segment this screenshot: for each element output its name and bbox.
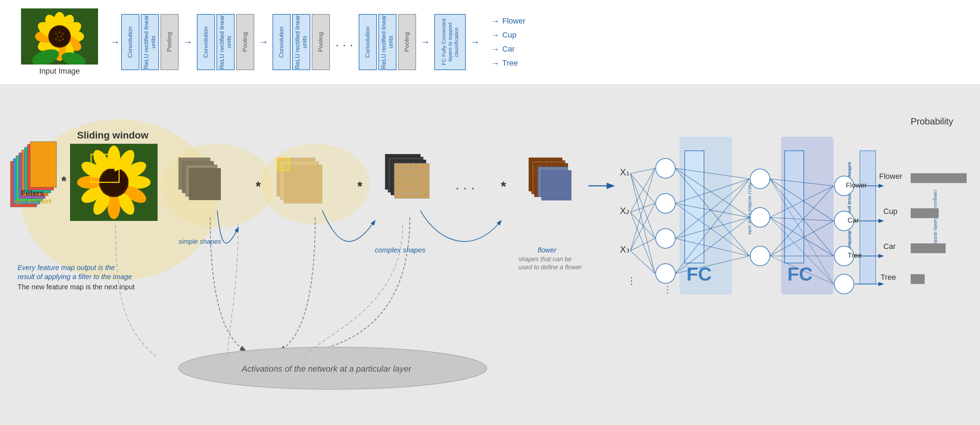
- sunflower-image: [21, 8, 98, 64]
- svg-text:Car: Car: [883, 242, 896, 251]
- svg-rect-194: [911, 243, 946, 253]
- svg-text:*: *: [256, 179, 261, 194]
- svg-text:FC: FC: [788, 264, 813, 284]
- cnn-pipeline: Convolution ReLU rectified linear units …: [121, 14, 959, 70]
- svg-point-197: [834, 274, 854, 294]
- svg-point-22: [62, 38, 64, 40]
- arrow-4: →: [420, 37, 430, 48]
- svg-text:categorical probability distri: categorical probability distribution: [933, 190, 938, 252]
- svg-point-76: [261, 144, 369, 224]
- conv-block-1: Convolution: [121, 14, 139, 70]
- svg-text:flower: flower: [538, 246, 557, 254]
- output-tree-text: Tree: [502, 59, 518, 68]
- top-section: Input Image → Convolution ReLU rectified…: [0, 0, 980, 84]
- svg-text:Cup: Cup: [883, 207, 897, 216]
- arrow-3: →: [258, 37, 268, 48]
- arrow-flower: →: [491, 16, 500, 26]
- svg-text:X₂: X₂: [620, 206, 629, 216]
- svg-point-15: [55, 33, 57, 35]
- arrow-cup: →: [491, 30, 500, 40]
- svg-text:⋮: ⋮: [627, 276, 636, 286]
- input-image-label: Input Image: [39, 67, 80, 76]
- svg-text:The new feature map is the nex: The new feature map is the next input: [18, 283, 135, 291]
- arrow-1: →: [110, 37, 120, 48]
- arrow-2: →: [183, 37, 192, 48]
- svg-text:X₃: X₃: [620, 244, 629, 254]
- input-image-container: Input Image: [21, 8, 98, 76]
- svg-rect-115: [541, 171, 571, 200]
- output-flower: → Flower: [491, 16, 525, 26]
- svg-text:result of applying a filter to: result of applying a filter to the image: [18, 273, 132, 281]
- svg-rect-52: [30, 142, 56, 187]
- bottom-diagram-svg: Sliding window: [0, 84, 980, 425]
- svg-text:*: *: [61, 174, 67, 189]
- conv-block-2: Convolution: [197, 14, 215, 70]
- output-flower-text: Flower: [502, 16, 525, 26]
- svg-point-132: [655, 193, 675, 213]
- svg-text:X₁: X₁: [620, 167, 629, 177]
- svg-point-21: [59, 40, 60, 42]
- cnn-group-4: Convolution ReLU rectified linear units …: [359, 14, 416, 70]
- svg-point-131: [655, 158, 675, 178]
- conv-block-3: Convolution: [272, 14, 291, 70]
- svg-point-16: [59, 31, 60, 33]
- svg-text:ReLU rectified linear units: ReLU rectified linear units: [748, 183, 752, 235]
- svg-text:Tree: Tree: [881, 273, 896, 281]
- svg-text:*: *: [357, 179, 363, 194]
- relu-block-2: ReLU rectified linear units: [216, 14, 235, 70]
- svg-text:Car: Car: [848, 216, 859, 224]
- output-car-text: Car: [502, 45, 514, 54]
- pool-block-3: Pooling: [312, 14, 330, 70]
- output-tree: → Tree: [491, 58, 525, 68]
- output-cup: → Cup: [491, 30, 525, 40]
- pool-block-4: Pooling: [398, 14, 416, 70]
- arrow-car: →: [491, 44, 500, 54]
- svg-point-134: [655, 264, 675, 283]
- output-labels: → Flower → Cup → Car → Tree: [491, 16, 525, 68]
- pool-block-1: Pooling: [161, 14, 179, 70]
- svg-point-14: [50, 27, 69, 46]
- svg-text:Filters: Filters: [21, 189, 44, 197]
- svg-text:FC: FC: [686, 264, 712, 284]
- relu-block-3: ReLU rectified linear units: [292, 14, 310, 70]
- pool-block-2: Pooling: [236, 14, 254, 70]
- svg-text:simple shapes: simple shapes: [179, 238, 221, 245]
- svg-point-20: [55, 38, 57, 40]
- output-car: → Car: [491, 44, 525, 54]
- svg-point-17: [62, 33, 64, 35]
- svg-point-19: [60, 35, 62, 38]
- svg-text:softmax  categorical probabili: softmax categorical probability distribu…: [847, 161, 853, 255]
- svg-text:shapes that can be: shapes that can be: [519, 256, 572, 263]
- bottom-section: Sliding window: [0, 84, 980, 425]
- arrow-5: →: [470, 37, 480, 48]
- svg-text:light and dark: light and dark: [14, 198, 52, 205]
- relu-block-4: ReLU rectified linear units: [378, 14, 396, 70]
- svg-rect-192: [911, 208, 939, 218]
- svg-text:Sliding window: Sliding window: [77, 130, 148, 141]
- relu-block-1: ReLU rectified linear units: [141, 14, 159, 70]
- svg-point-133: [655, 228, 675, 248]
- svg-text:Every feature map output is th: Every feature map output is the: [18, 264, 115, 272]
- svg-point-153: [750, 208, 770, 227]
- svg-text:⋮: ⋮: [663, 284, 672, 295]
- svg-text:Flower: Flower: [879, 172, 902, 181]
- svg-text:Tree: Tree: [848, 251, 862, 259]
- cnn-group-1: Convolution ReLU rectified linear units …: [121, 14, 179, 70]
- svg-text:used to define a flower: used to define a flower: [519, 264, 582, 271]
- svg-point-154: [750, 246, 770, 266]
- fc-block-top: FC Fully Connected layers to support cla…: [434, 14, 466, 70]
- svg-text:Flower: Flower: [846, 181, 867, 189]
- svg-text:Probability: Probability: [911, 116, 953, 126]
- pipeline-dots: . . .: [336, 35, 353, 50]
- svg-text:Activations of the network at : Activations of the network at a particul…: [241, 364, 412, 374]
- conv-block-4: Convolution: [359, 14, 377, 70]
- svg-rect-182: [860, 151, 876, 284]
- cnn-group-3: Convolution ReLU rectified linear units …: [272, 14, 330, 70]
- svg-text:*: *: [501, 179, 506, 194]
- svg-text:. . .: . . .: [455, 177, 475, 192]
- arrow-tree: →: [491, 58, 500, 68]
- svg-point-152: [750, 169, 770, 189]
- cnn-group-2: Convolution ReLU rectified linear units …: [197, 14, 254, 70]
- output-cup-text: Cup: [502, 30, 516, 40]
- svg-point-18: [57, 35, 59, 38]
